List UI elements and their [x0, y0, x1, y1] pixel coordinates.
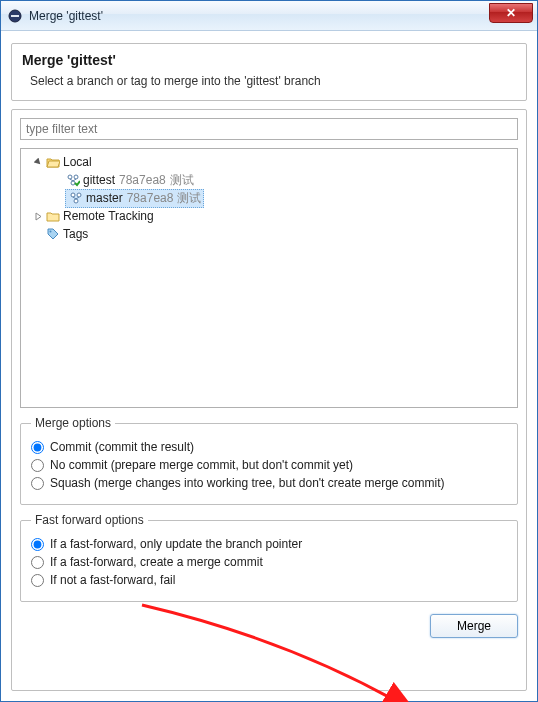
- expander-icon[interactable]: [31, 158, 45, 167]
- branch-message: 测试: [170, 172, 194, 189]
- svg-rect-1: [11, 15, 19, 17]
- radio-not-ff-fail[interactable]: [31, 574, 44, 587]
- ff-options-group: Fast forward options If a fast-forward, …: [20, 513, 518, 602]
- branch-name: gittest: [83, 173, 115, 187]
- radio-commit[interactable]: [31, 441, 44, 454]
- branch-name: master: [86, 191, 123, 205]
- expander-icon[interactable]: [31, 212, 45, 221]
- window-title: Merge 'gittest': [29, 9, 103, 23]
- dialog-header: Merge 'gittest' Select a branch or tag t…: [11, 43, 527, 101]
- tree-node-local[interactable]: Local: [23, 153, 515, 171]
- radio-row: No commit (prepare merge commit, but don…: [31, 458, 507, 472]
- radio-ff-update[interactable]: [31, 538, 44, 551]
- tree-label: Remote Tracking: [63, 209, 154, 223]
- radio-label-ff-update[interactable]: If a fast-forward, only update the branc…: [50, 537, 302, 551]
- branch-message: 测试: [177, 190, 201, 207]
- merge-options-group: Merge options Commit (commit the result)…: [20, 416, 518, 505]
- tree-node-remote-tracking[interactable]: Remote Tracking: [23, 207, 515, 225]
- tree-node-branch-gittest[interactable]: gittest 78a7ea8 测试: [23, 171, 515, 189]
- merge-options-legend: Merge options: [31, 416, 115, 430]
- svg-point-8: [50, 231, 52, 233]
- radio-ff-create[interactable]: [31, 556, 44, 569]
- radio-row: If a fast-forward, only update the branc…: [31, 537, 507, 551]
- svg-point-3: [74, 175, 78, 179]
- filter-input[interactable]: [20, 118, 518, 140]
- tree-label: Local: [63, 155, 92, 169]
- merge-button[interactable]: Merge: [430, 614, 518, 638]
- content-area: Merge 'gittest' Select a branch or tag t…: [1, 31, 537, 701]
- close-button[interactable]: ✕: [489, 3, 533, 23]
- branch-icon: [68, 190, 84, 206]
- radio-label-squash[interactable]: Squash (merge changes into working tree,…: [50, 476, 444, 490]
- radio-row: Squash (merge changes into working tree,…: [31, 476, 507, 490]
- tree-label: Tags: [63, 227, 88, 241]
- radio-row: If not a fast-forward, fail: [31, 573, 507, 587]
- branch-checked-icon: [65, 172, 81, 188]
- radio-squash[interactable]: [31, 477, 44, 490]
- radio-label-no-commit[interactable]: No commit (prepare merge commit, but don…: [50, 458, 353, 472]
- svg-point-4: [71, 181, 75, 185]
- dialog-title: Merge 'gittest': [22, 52, 516, 68]
- radio-label-ff-create[interactable]: If a fast-forward, create a merge commit: [50, 555, 263, 569]
- tree-node-branch-master[interactable]: master 78a7ea8 测试: [23, 189, 515, 207]
- folder-open-icon: [45, 154, 61, 170]
- svg-point-2: [68, 175, 72, 179]
- svg-point-5: [71, 193, 75, 197]
- main-panel: Local gittest 78a7ea8: [11, 109, 527, 691]
- ff-options-legend: Fast forward options: [31, 513, 148, 527]
- radio-row: If a fast-forward, create a merge commit: [31, 555, 507, 569]
- radio-no-commit[interactable]: [31, 459, 44, 472]
- button-row: Merge: [20, 610, 518, 638]
- radio-label-not-ff-fail[interactable]: If not a fast-forward, fail: [50, 573, 175, 587]
- app-icon: [7, 8, 23, 24]
- branch-hash: 78a7ea8: [119, 173, 166, 187]
- branch-tree[interactable]: Local gittest 78a7ea8: [20, 148, 518, 408]
- dialog-subtitle: Select a branch or tag to merge into the…: [22, 74, 516, 88]
- titlebar[interactable]: Merge 'gittest' ✕: [1, 1, 537, 31]
- svg-point-6: [77, 193, 81, 197]
- tags-icon: [45, 226, 61, 242]
- dialog-window: Merge 'gittest' ✕ Merge 'gittest' Select…: [0, 0, 538, 702]
- radio-row: Commit (commit the result): [31, 440, 507, 454]
- radio-label-commit[interactable]: Commit (commit the result): [50, 440, 194, 454]
- folder-icon: [45, 208, 61, 224]
- branch-hash: 78a7ea8: [127, 191, 174, 205]
- close-icon: ✕: [506, 6, 516, 20]
- svg-point-7: [74, 199, 78, 203]
- tree-node-tags[interactable]: Tags: [23, 225, 515, 243]
